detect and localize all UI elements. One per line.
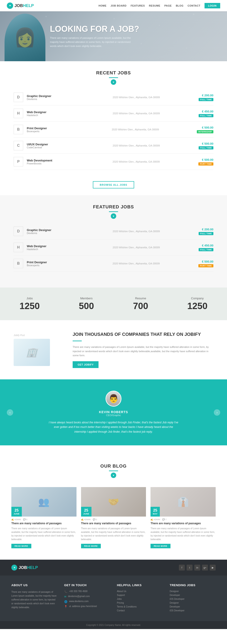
footer-logo[interactable]: ✦ JOBHELP <box>11 565 38 570</box>
footer-helpful-links: About UsSupportJobsPricingTerms & Condit… <box>117 590 163 612</box>
job-salary-badge: € 450.00 FULL TIME <box>199 110 213 117</box>
testimonial-prev-button[interactable]: ‹ <box>7 409 13 416</box>
browse-all-wrap: BROWSE ALL JOBS <box>0 177 227 195</box>
trending-job-item[interactable]: iOS Developer <box>170 598 216 600</box>
nav-contact[interactable]: CONTACT <box>187 4 200 7</box>
logo-job: JOB <box>15 4 23 8</box>
blog-card: 👔 25 MAY ✍ ADMIN 💬 7 There are many vari… <box>150 487 216 548</box>
job-title: Print Designer <box>27 260 109 264</box>
join-title: JOIN THOUSANDS OF COMPANIES THAT RELY ON… <box>73 332 213 337</box>
footer-contact-col: GET IN TOUCH 📞 +00 333 765 4500 ✉ devite… <box>64 584 110 613</box>
stat-number: 1250 <box>20 301 40 311</box>
testimonial-role: CEO/Graphic <box>9 414 218 416</box>
read-more-button[interactable]: READ MORE <box>81 544 101 548</box>
footer-trending-title: Trending Jobs <box>170 584 216 587</box>
job-salary: € 500.00 <box>199 142 213 145</box>
featured-job-row[interactable]: B Print Designer Booexperts 2020 Wilshir… <box>14 256 213 272</box>
nav-blog[interactable]: BLOG <box>176 4 183 7</box>
job-salary: € 500.00 <box>198 260 213 263</box>
job-logo-icon: B <box>14 125 23 134</box>
trending-job-item[interactable]: Developer <box>170 606 216 608</box>
job-logo-icon: P <box>14 157 23 166</box>
featured-jobs-title: FEATURED JOBS <box>0 204 227 210</box>
footer-main: About Us There are many variations of pa… <box>0 576 227 621</box>
job-logo-icon: H <box>14 243 23 252</box>
recent-job-row[interactable]: C UI/UX Designer CodeCarnival 2020 Wilsh… <box>14 138 213 154</box>
footer-email: ✉ devitems@gmail.com <box>64 595 110 598</box>
read-more-button[interactable]: READ MORE <box>150 544 170 548</box>
browse-all-button[interactable]: BROWSE ALL JOBS <box>93 181 134 188</box>
job-salary: € 200.00 <box>199 94 213 97</box>
footer-link-item[interactable]: Support <box>117 594 163 596</box>
phone-icon: 📞 <box>64 590 67 593</box>
recent-job-row[interactable]: P Web Development PowerBoosts 2020 Wilsh… <box>14 154 213 170</box>
blog-date-month: MAY <box>153 513 157 515</box>
job-salary-badge: € 500.00 PART TIME <box>198 158 213 166</box>
testimonial-next-button[interactable]: › <box>214 409 220 416</box>
nav-links: HOME JOB BOARD FEATURES RESUME PAGE BLOG… <box>99 3 220 8</box>
stats-section: Jobs 1250 Members 500 Resume 700 Company… <box>0 288 227 320</box>
trending-job-item[interactable]: Designer <box>170 590 216 592</box>
get-started-button[interactable]: GET JOBIFY <box>73 361 99 368</box>
logo-help: HELP <box>23 4 34 8</box>
trending-job-item[interactable]: Developer <box>170 594 216 596</box>
social-icon-4[interactable]: ▶ <box>210 565 216 570</box>
nav-page[interactable]: PAGE <box>164 4 172 7</box>
blog-header: OUR BLOG ▼ <box>11 454 216 482</box>
footer-link-item[interactable]: About Us <box>117 590 163 592</box>
footer-link-item[interactable]: Jobs <box>117 598 163 600</box>
job-logo-icon: H <box>14 108 23 118</box>
job-salary-badge: € 450.00 FULL TIME <box>199 244 213 251</box>
nav-jobboard[interactable]: JOB BOARD <box>111 4 127 7</box>
recent-jobs-title: RECENT JOBS <box>0 70 227 76</box>
job-logo-icon: C <box>14 141 23 150</box>
stat-item: Members 500 <box>79 296 94 311</box>
footer-address: 📍 ul. address grau here/street <box>64 605 110 608</box>
blog-meta: ✍ ADMIN 💬 7 <box>150 518 216 521</box>
trending-job-item[interactable]: iOS Developer <box>170 609 216 612</box>
job-logo-icon: D <box>14 92 23 102</box>
footer-link-item[interactable]: Terms & Conditions <box>117 606 163 608</box>
nav-resume[interactable]: RESUME <box>149 4 160 7</box>
footer-link-item[interactable]: Pricing <box>117 602 163 604</box>
job-company: Hastetech <box>27 248 109 250</box>
trending-job-item[interactable]: Designer <box>170 602 216 604</box>
featured-job-row[interactable]: H Web Designer Hastetech 2020 Wilshire G… <box>14 240 213 256</box>
nav-home[interactable]: HOME <box>99 4 106 7</box>
blog-card: 👥 25 JUNE ✍ ADMIN 💬 5 There are many var… <box>11 487 77 548</box>
join-section: Jobify Post 🏢 JOIN THOUSANDS OF COMPANIE… <box>0 320 227 379</box>
social-icon-1[interactable]: t <box>187 565 192 570</box>
nav-features[interactable]: FEATURES <box>131 4 145 7</box>
stat-item: Resume 700 <box>133 296 148 311</box>
job-logo-icon: D <box>14 226 23 236</box>
footer-contact-title: GET IN TOUCH <box>64 584 110 587</box>
footer-link-item[interactable]: Contact <box>117 609 163 612</box>
footer-logo-job: JOB <box>19 565 27 570</box>
recent-job-row[interactable]: D Graphic Designer Devitems 2020 Wilshir… <box>14 89 213 106</box>
logo[interactable]: ✦ JOBHELP <box>7 2 34 9</box>
footer-phone: 📞 +00 333 765 4500 <box>64 590 110 593</box>
featured-jobs-icon: ▼ <box>111 214 116 219</box>
read-more-button[interactable]: READ MORE <box>11 544 31 548</box>
featured-job-row[interactable]: D Graphic Designer Devitems 2020 Wilshir… <box>14 223 213 240</box>
job-salary-badge: € 500.00 FULL TIME <box>199 142 213 150</box>
footer-website: 🌐 www.devitems.com <box>64 600 110 603</box>
blog-card-title: There are many variations of passages <box>11 522 77 526</box>
recent-job-row[interactable]: B Print Designer Booexperts 2020 Wilshir… <box>14 122 213 138</box>
login-button[interactable]: LOGIN <box>204 3 220 8</box>
job-badge: FULL TIME <box>199 98 213 101</box>
social-icon-2[interactable]: in <box>194 565 200 570</box>
job-badge: FULL TIME <box>199 232 213 235</box>
social-icon-3[interactable]: g+ <box>202 565 208 570</box>
recent-job-row[interactable]: H Web Designer Hastetech 2020 Wilshire G… <box>14 106 213 122</box>
social-icon-0[interactable]: f <box>179 565 185 570</box>
job-company: Devitems <box>27 232 109 234</box>
job-info: Web Development PowerBoosts <box>27 159 109 165</box>
job-salary-badge: € 500.00 INTERNSHIP <box>197 126 213 133</box>
job-location: 2020 Wilshire Glen., Alpharetta, GA-3000… <box>113 160 195 163</box>
job-badge: PART TIME <box>198 264 213 267</box>
job-info: Graphic Designer Devitems <box>27 94 109 100</box>
hero-subtitle: There are many variations of passages of… <box>50 36 136 48</box>
job-title: Print Designer <box>27 126 108 130</box>
featured-jobs-section: FEATURED JOBS ▼ D Graphic Designer Devit… <box>0 195 227 288</box>
